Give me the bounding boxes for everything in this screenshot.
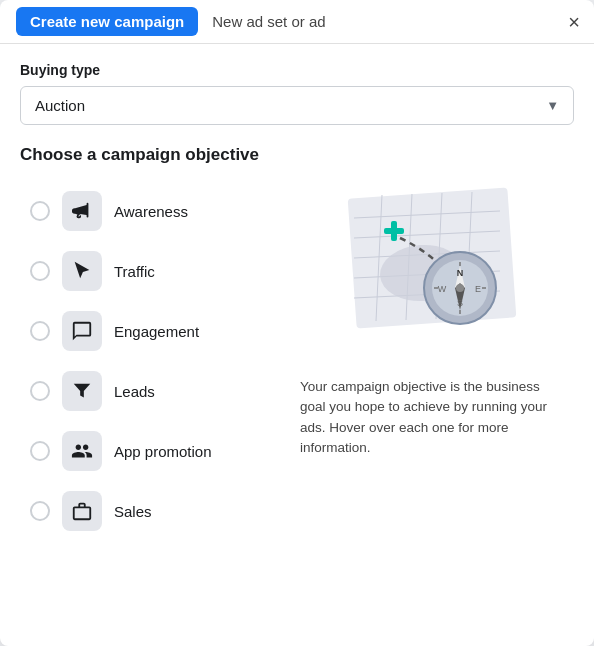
tab-create-campaign[interactable]: Create new campaign bbox=[16, 7, 198, 36]
objective-label-engagement: Engagement bbox=[114, 323, 199, 340]
tab-new-ad-set[interactable]: New ad set or ad bbox=[198, 7, 339, 36]
buying-type-value: Auction bbox=[35, 97, 85, 114]
briefcase-icon bbox=[71, 500, 93, 522]
icon-box-engagement bbox=[62, 311, 102, 351]
objectives-list: Awareness Traffic bbox=[20, 183, 280, 539]
svg-text:S: S bbox=[457, 298, 463, 308]
icon-box-sales bbox=[62, 491, 102, 531]
people-icon bbox=[71, 440, 93, 462]
close-button[interactable]: × bbox=[568, 12, 580, 32]
filter-icon bbox=[71, 380, 93, 402]
objective-label-sales: Sales bbox=[114, 503, 152, 520]
objective-item-leads[interactable]: Leads bbox=[20, 363, 280, 419]
icon-box-app-promotion bbox=[62, 431, 102, 471]
objective-item-awareness[interactable]: Awareness bbox=[20, 183, 280, 239]
chat-icon bbox=[71, 320, 93, 342]
objective-item-sales[interactable]: Sales bbox=[20, 483, 280, 539]
content-area: Awareness Traffic bbox=[20, 183, 574, 539]
objective-label-leads: Leads bbox=[114, 383, 155, 400]
objective-item-app-promotion[interactable]: App promotion bbox=[20, 423, 280, 479]
radio-leads[interactable] bbox=[30, 381, 50, 401]
svg-rect-12 bbox=[384, 228, 404, 234]
objective-label-traffic: Traffic bbox=[114, 263, 155, 280]
icon-box-leads bbox=[62, 371, 102, 411]
modal-header: Create new campaign New ad set or ad × bbox=[0, 0, 594, 44]
svg-text:N: N bbox=[457, 268, 464, 278]
objective-item-traffic[interactable]: Traffic bbox=[20, 243, 280, 299]
cursor-icon bbox=[71, 260, 93, 282]
info-text: Your campaign objective is the business … bbox=[300, 377, 564, 458]
radio-sales[interactable] bbox=[30, 501, 50, 521]
objective-label-app-promotion: App promotion bbox=[114, 443, 212, 460]
radio-engagement[interactable] bbox=[30, 321, 50, 341]
svg-point-25 bbox=[456, 284, 464, 292]
icon-box-awareness bbox=[62, 191, 102, 231]
objective-item-engagement[interactable]: Engagement bbox=[20, 303, 280, 359]
objective-label-awareness: Awareness bbox=[114, 203, 188, 220]
radio-app-promotion[interactable] bbox=[30, 441, 50, 461]
svg-text:W: W bbox=[438, 284, 447, 294]
buying-type-dropdown[interactable]: Auction ▼ bbox=[20, 86, 574, 125]
chevron-down-icon: ▼ bbox=[546, 98, 559, 113]
campaign-illustration: N S W E bbox=[332, 183, 532, 363]
radio-traffic[interactable] bbox=[30, 261, 50, 281]
icon-box-traffic bbox=[62, 251, 102, 291]
svg-text:E: E bbox=[475, 284, 481, 294]
radio-awareness[interactable] bbox=[30, 201, 50, 221]
info-panel: N S W E Your campaign objective is the b… bbox=[280, 183, 574, 539]
section-title: Choose a campaign objective bbox=[20, 145, 574, 165]
modal: Create new campaign New ad set or ad × B… bbox=[0, 0, 594, 646]
buying-type-label: Buying type bbox=[20, 62, 574, 78]
modal-body: Buying type Auction ▼ Choose a campaign … bbox=[0, 44, 594, 559]
megaphone-icon bbox=[71, 200, 93, 222]
